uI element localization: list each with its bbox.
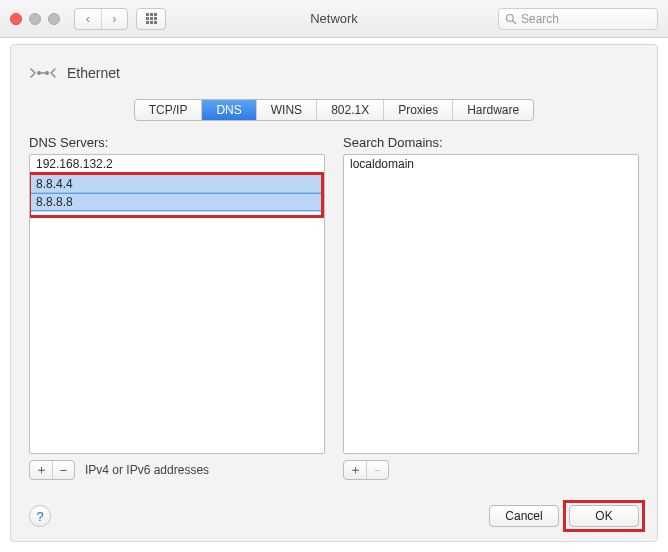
dns-plusminus: ＋ −	[29, 460, 75, 480]
dns-add-button[interactable]: ＋	[30, 461, 52, 479]
svg-point-0	[507, 14, 514, 21]
domains-plusminus: ＋ −	[343, 460, 389, 480]
close-window-button[interactable]	[10, 13, 22, 25]
dns-server-row-editing[interactable]: 8.8.8.8	[30, 193, 324, 212]
dns-server-row[interactable]: 8.8.4.4	[30, 174, 324, 193]
search-domains-column: Search Domains: localdomain ＋ −	[343, 135, 639, 480]
dns-servers-list[interactable]: 192.168.132.2 8.8.4.4 8.8.8.8	[29, 154, 325, 454]
svg-point-3	[45, 71, 49, 75]
help-button[interactable]: ?	[29, 505, 51, 527]
dns-buttons: ＋ − IPv4 or IPv6 addresses	[29, 460, 325, 480]
domain-add-button[interactable]: ＋	[344, 461, 366, 479]
tab-dns[interactable]: DNS	[201, 100, 255, 120]
search-domain-row[interactable]: localdomain	[344, 155, 638, 174]
ethernet-icon	[29, 59, 57, 87]
footer: ? Cancel OK	[29, 505, 639, 527]
dns-server-row[interactable]: 192.168.132.2	[30, 155, 324, 174]
dns-remove-button[interactable]: −	[52, 461, 74, 479]
svg-point-2	[37, 71, 41, 75]
interface-header: Ethernet	[29, 59, 639, 87]
tab-hardware[interactable]: Hardware	[452, 100, 533, 120]
grid-icon	[146, 13, 157, 24]
tab-proxies[interactable]: Proxies	[383, 100, 452, 120]
svg-line-1	[513, 20, 516, 23]
tab-wins[interactable]: WINS	[256, 100, 316, 120]
domains-buttons: ＋ −	[343, 460, 639, 480]
ok-button[interactable]: OK	[569, 505, 639, 527]
search-domains-label: Search Domains:	[343, 135, 639, 150]
tab-8021x[interactable]: 802.1X	[316, 100, 383, 120]
titlebar: ‹ › Network Search	[0, 0, 668, 38]
content-columns: DNS Servers: 192.168.132.2 8.8.4.4 8.8.8…	[29, 135, 639, 480]
dns-servers-label: DNS Servers:	[29, 135, 325, 150]
forward-button[interactable]: ›	[101, 9, 127, 29]
tabs: TCP/IP DNS WINS 802.1X Proxies Hardware	[29, 99, 639, 121]
interface-name: Ethernet	[67, 65, 120, 81]
domain-remove-button[interactable]: −	[366, 461, 388, 479]
search-domains-list[interactable]: localdomain	[343, 154, 639, 454]
search-icon	[505, 13, 517, 25]
help-icon: ?	[36, 509, 43, 524]
show-all-button[interactable]	[136, 8, 166, 30]
settings-sheet: Ethernet TCP/IP DNS WINS 802.1X Proxies …	[10, 44, 658, 542]
dns-hint: IPv4 or IPv6 addresses	[85, 463, 209, 477]
dns-servers-column: DNS Servers: 192.168.132.2 8.8.4.4 8.8.8…	[29, 135, 325, 480]
cancel-button[interactable]: Cancel	[489, 505, 559, 527]
nav-back-forward: ‹ ›	[74, 8, 128, 30]
traffic-lights	[10, 13, 60, 25]
minimize-window-button[interactable]	[29, 13, 41, 25]
tab-tcpip[interactable]: TCP/IP	[135, 100, 202, 120]
zoom-window-button[interactable]	[48, 13, 60, 25]
search-placeholder: Search	[521, 12, 559, 26]
search-field[interactable]: Search	[498, 8, 658, 30]
back-button[interactable]: ‹	[75, 9, 101, 29]
